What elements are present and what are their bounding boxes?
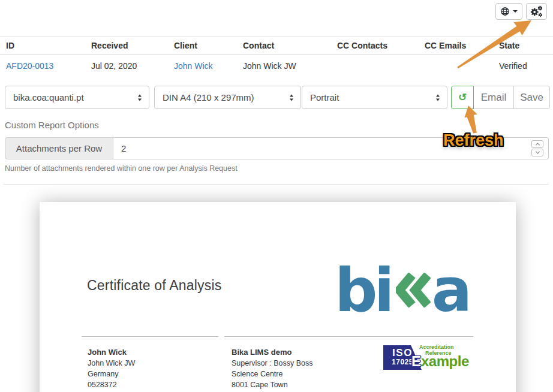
bika-logo: bi a [335, 242, 468, 321]
state-cell: Verified [493, 55, 553, 78]
bika-logo-text-bi: bi [335, 261, 391, 321]
report-footer: John Wick John Wick JW Germany 0528372 B… [82, 336, 473, 390]
caret-down-icon [513, 10, 518, 13]
cc-contacts-cell [331, 55, 419, 78]
table-header-row: ID Received Client Contact CC Contacts C… [0, 37, 553, 55]
refresh-button[interactable]: ↺ [451, 86, 474, 109]
column-header-id[interactable]: ID [0, 37, 85, 55]
gears-icon [530, 5, 543, 18]
lab-line: 8001 Cape Town [232, 379, 473, 390]
spinner-up-button[interactable] [531, 140, 543, 148]
received-cell: Jul 02, 2020 [85, 55, 168, 78]
save-button[interactable]: Save [513, 86, 550, 109]
language-dropdown-button[interactable] [495, 3, 522, 20]
attachments-per-row-input[interactable] [113, 137, 549, 159]
client-name: John Wick [88, 347, 218, 358]
certificate-title: Certificate of Analysis [87, 278, 221, 294]
spinner-down-button[interactable] [531, 149, 543, 156]
id-cell: AFD20-0013 [0, 55, 85, 78]
orientation-select-value: Portrait [310, 92, 339, 102]
bika-logo-text-a: a [432, 261, 468, 321]
client-line: Germany [88, 369, 218, 379]
column-header-client[interactable]: Client [168, 37, 237, 55]
column-header-cc-contacts[interactable]: CC Contacts [331, 37, 419, 55]
orientation-select[interactable]: Portrait [302, 86, 447, 109]
template-select[interactable]: bika.coa:quanti.pt [5, 86, 149, 109]
lab-address-block: Bika LIMS demo Supervisor : Bossy Boss S… [224, 336, 473, 390]
select-arrows-icon [436, 94, 440, 101]
column-header-received[interactable]: Received [85, 37, 168, 55]
analysis-request-table: ID Received Client Contact CC Contacts C… [0, 37, 553, 77]
select-arrows-icon [138, 94, 142, 101]
custom-report-options-heading: Custom Report Options [5, 120, 99, 130]
logo-k-chevrons-icon [396, 273, 431, 307]
arrow-to-refresh-icon [464, 105, 477, 134]
settings-button[interactable] [526, 3, 547, 20]
top-button-group [495, 3, 547, 20]
paper-size-select[interactable]: DIN A4 (210 x 297mm) [154, 86, 301, 109]
attachments-per-row-group: Attachments per Row [5, 137, 549, 159]
publish-toolbar: bika.coa:quanti.pt DIN A4 (210 x 297mm) … [0, 86, 553, 109]
email-button[interactable]: Email [473, 86, 514, 109]
globe-icon [500, 7, 510, 16]
attachments-per-row-label: Attachments per Row [5, 137, 113, 159]
client-cell: John Wick [168, 55, 237, 78]
iso-example-text: Example [411, 354, 469, 369]
refresh-icon: ↺ [458, 91, 467, 104]
section-divider [4, 184, 549, 185]
client-line: 0528372 [88, 379, 218, 390]
column-header-state[interactable]: State [493, 37, 553, 55]
publish-view: ID Received Client Contact CC Contacts C… [0, 0, 553, 392]
table-row: AFD20-0013 Jul 02, 2020 John Wick John W… [0, 55, 553, 78]
field-help-text: Number of attachments rendered within on… [5, 164, 238, 173]
client-line: John Wick JW [88, 358, 218, 369]
template-select-value: bika.coa:quanti.pt [13, 92, 84, 102]
client-address-block: John Wick John Wick JW Germany 0528372 [82, 336, 218, 390]
client-link[interactable]: John Wick [174, 61, 213, 71]
number-spinner [531, 140, 543, 156]
select-arrows-icon [290, 94, 293, 101]
paper-size-select-value: DIN A4 (210 x 297mm) [163, 92, 254, 102]
ar-id-link[interactable]: AFD20-0013 [6, 61, 53, 71]
column-header-cc-emails[interactable]: CC Emails [419, 37, 493, 55]
contact-cell: John Wick JW [237, 55, 331, 78]
column-header-contact[interactable]: Contact [237, 37, 331, 55]
report-preview-page: Certificate of Analysis bi a John Wick J… [40, 202, 516, 392]
iso-17025-logo: ISO 17025 Accreditation Reference Exampl… [383, 344, 473, 374]
cc-emails-cell [419, 55, 493, 78]
